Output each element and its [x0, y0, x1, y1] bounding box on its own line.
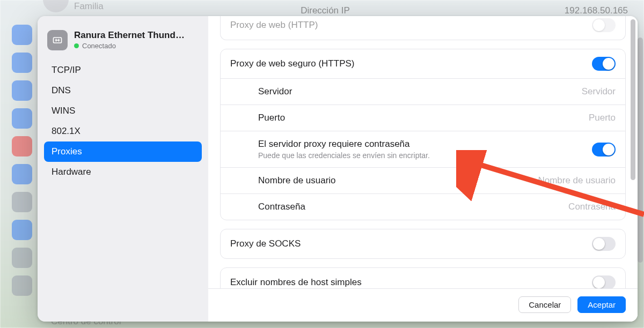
https-server-label: Servidor: [258, 86, 292, 97]
row-https-proxy[interactable]: Proxy de web seguro (HTTPS): [221, 49, 625, 78]
https-auth-toggle[interactable]: [592, 143, 616, 156]
row-exclude-simple[interactable]: Excluir nombres de host simples: [221, 268, 625, 288]
interface-status-label: Conectado: [82, 42, 116, 50]
status-dot-icon: [74, 43, 79, 48]
avatar: [43, 0, 69, 12]
exclude-simple-label: Excluir nombres de host simples: [230, 277, 362, 288]
cancel-button[interactable]: Cancelar: [518, 296, 571, 313]
https-server-input[interactable]: [476, 86, 616, 97]
tab-tcpip[interactable]: TCP/IP: [44, 60, 202, 80]
https-user-input[interactable]: [476, 175, 616, 186]
bg-familia-label: Familia: [74, 1, 104, 12]
row-https-server: Servidor: [221, 78, 625, 105]
row-https-port: Puerto: [221, 105, 625, 131]
sheet-footer: Cancelar Aceptar: [208, 288, 638, 322]
tab-proxies[interactable]: Proxies: [44, 141, 202, 162]
bg-icon: [12, 108, 32, 129]
socks-proxy-label: Proxy de SOCKS: [230, 238, 301, 249]
sidebar-icons-blurred: [12, 25, 33, 296]
interface-title: Ranura Ethernet Thund…: [74, 30, 185, 41]
https-proxy-toggle[interactable]: [592, 57, 616, 71]
https-port-label: Puerto: [258, 113, 285, 123]
bg-icon: [12, 275, 32, 296]
group-https-proxy: Proxy de web seguro (HTTPS) Servidor Pue…: [220, 49, 626, 220]
https-user-label: Nombre de usuario: [258, 175, 336, 186]
socks-proxy-toggle[interactable]: [592, 237, 616, 251]
window-scrollbar[interactable]: [638, 21, 643, 307]
accept-button[interactable]: Aceptar: [577, 296, 626, 313]
https-auth-label: El servidor proxy requiere contraseña: [258, 139, 430, 150]
bg-ip-value: 192.168.50.165: [565, 5, 628, 16]
https-auth-hint: Puede que las credenciales se envíen sin…: [258, 151, 430, 160]
bg-icon: [12, 248, 32, 268]
tab-8021x[interactable]: 802.1X: [44, 121, 202, 141]
row-https-auth[interactable]: El servidor proxy requiere contraseña Pu…: [221, 131, 625, 167]
row-https-pass: Contraseña: [221, 193, 625, 220]
http-proxy-toggle[interactable]: [592, 18, 616, 32]
tab-wins[interactable]: WINS: [44, 101, 202, 121]
ethernet-icon: [47, 30, 68, 50]
bg-ip-row: Dirección IP 192.168.50.165: [301, 5, 628, 16]
exclude-simple-toggle[interactable]: [592, 275, 616, 288]
bg-ip-label: Dirección IP: [301, 5, 350, 16]
sheet-sidebar: Ranura Ethernet Thund… Conectado TCP/IP …: [38, 16, 208, 322]
bg-icon: [12, 25, 32, 45]
interface-status: Conectado: [74, 42, 185, 50]
row-socks-proxy[interactable]: Proxy de SOCKS: [221, 229, 625, 258]
https-pass-input[interactable]: [476, 202, 616, 212]
interface-header: Ranura Ethernet Thund… Conectado: [44, 28, 202, 57]
tab-dns[interactable]: DNS: [44, 80, 202, 101]
bg-icon: [12, 136, 32, 156]
group-exclude-simple: Excluir nombres de host simples: [220, 267, 626, 288]
sheet-main: Proxy de web (HTTP) Proxy de web seguro …: [208, 16, 638, 322]
bg-icon: [12, 192, 32, 212]
sheet-scrollbar-thumb[interactable]: [631, 19, 635, 180]
row-https-user: Nombre de usuario: [221, 167, 625, 193]
group-socks-proxy: Proxy de SOCKS: [220, 229, 626, 259]
http-proxy-label: Proxy de web (HTTP): [230, 20, 318, 31]
https-proxy-label: Proxy de web seguro (HTTPS): [230, 58, 354, 69]
group-http-proxy: Proxy de web (HTTP): [220, 16, 626, 40]
sheet-tabs: TCP/IP DNS WINS 802.1X Proxies Hardware: [44, 60, 202, 182]
bg-icon: [12, 164, 32, 184]
proxies-scroll-area: Proxy de web (HTTP) Proxy de web seguro …: [208, 16, 638, 288]
bg-icon: [12, 53, 32, 73]
network-advanced-sheet: Ranura Ethernet Thund… Conectado TCP/IP …: [38, 16, 638, 322]
window-scrollbar-thumb[interactable]: [638, 38, 643, 263]
row-http-proxy[interactable]: Proxy de web (HTTP): [221, 16, 625, 40]
https-pass-label: Contraseña: [258, 202, 305, 212]
bg-icon: [12, 220, 32, 240]
tab-hardware[interactable]: Hardware: [44, 162, 202, 182]
https-port-input[interactable]: [476, 113, 616, 123]
bg-icon: [12, 80, 32, 101]
sheet-scrollbar[interactable]: [631, 19, 635, 285]
